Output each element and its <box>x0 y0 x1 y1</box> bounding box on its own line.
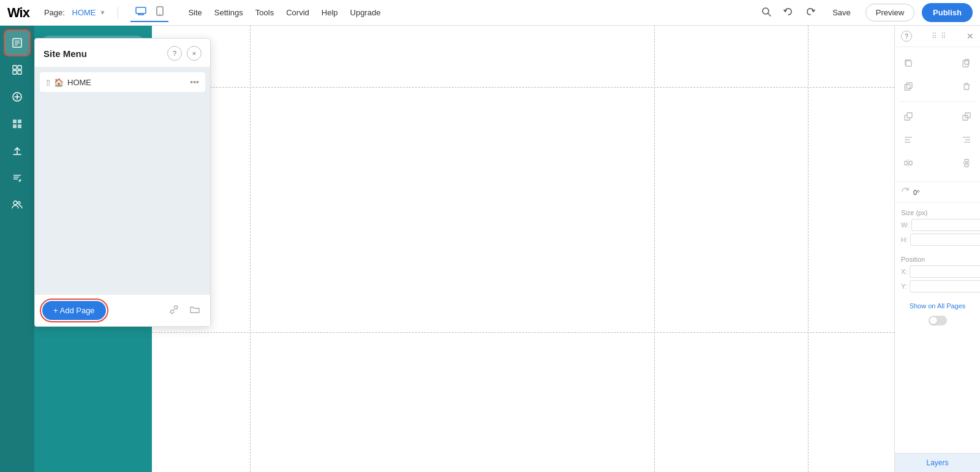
site-menu-footer: + Add Page <box>35 294 210 326</box>
rotation-value: 0° <box>913 189 920 196</box>
panel-divider-3 <box>895 202 980 203</box>
site-menu-header: Site Menu ? × <box>35 39 210 67</box>
wix-logo: Wix <box>7 5 29 21</box>
page-selector[interactable]: Page: HOME ▼ <box>44 8 106 17</box>
nav-corvid[interactable]: Corvid <box>286 8 309 17</box>
more-options-icon[interactable]: ••• <box>190 77 199 87</box>
y-input[interactable] <box>910 280 980 292</box>
show-all-pages-toggle-row <box>895 313 980 328</box>
size-label: Size (px) <box>901 209 974 216</box>
search-button[interactable] <box>759 4 774 21</box>
sidebar-elements-icon[interactable] <box>5 58 29 82</box>
guide-line-v1 <box>250 26 251 472</box>
right-panel-help-icon[interactable]: ? <box>901 31 912 42</box>
nav-settings[interactable]: Settings <box>214 8 243 17</box>
mobile-device-icon[interactable] <box>151 4 168 21</box>
site-menu-help-icon[interactable]: ? <box>167 46 182 61</box>
align-left-icon[interactable] <box>900 131 917 148</box>
save-button[interactable]: Save <box>825 4 858 21</box>
left-sidebar <box>0 26 34 472</box>
distribute-h-icon[interactable] <box>900 154 917 172</box>
toggle-knob <box>930 317 937 324</box>
send-back-icon[interactable] <box>900 108 917 125</box>
nav-tools[interactable]: Tools <box>255 8 274 17</box>
width-input[interactable] <box>911 219 980 231</box>
x-input[interactable] <box>910 265 980 278</box>
main-area: Site Menu Page Transitions Site Menu ? ×… <box>0 26 980 472</box>
svg-rect-20 <box>18 120 21 123</box>
device-switcher <box>130 4 168 22</box>
svg-rect-13 <box>18 66 21 69</box>
page-item-label: HOME <box>67 78 186 87</box>
height-input[interactable] <box>910 234 980 246</box>
duplicate-icon[interactable] <box>900 78 917 95</box>
y-label: Y: <box>901 283 907 290</box>
panel-divider-1 <box>900 101 975 102</box>
width-row: W: <box>901 219 974 231</box>
position-section: Position X: Y: <box>895 252 980 299</box>
canvas-area[interactable] <box>152 26 894 472</box>
preview-button[interactable]: Preview <box>865 4 914 21</box>
nav-upgrade[interactable]: Upgrade <box>350 8 381 17</box>
rotation-row: 0° <box>895 185 980 200</box>
footer-actions <box>166 302 203 320</box>
undo-button[interactable] <box>781 4 796 21</box>
height-row: H: <box>901 234 974 246</box>
publish-button[interactable]: Publish <box>922 3 973 22</box>
redo-button[interactable] <box>803 4 818 21</box>
folder-icon[interactable] <box>187 302 203 320</box>
svg-rect-48 <box>965 159 968 162</box>
svg-point-28 <box>18 202 20 204</box>
sidebar-media-icon[interactable] <box>5 139 29 163</box>
guide-line-v3 <box>808 26 809 472</box>
site-menu-popup: Site Menu ? × ⣿ 🏠 HOME ••• + Add Page <box>34 38 211 327</box>
chevron-down-icon: ▼ <box>100 9 106 16</box>
sidebar-apps-icon[interactable] <box>5 112 29 136</box>
show-all-pages-toggle[interactable] <box>929 316 947 325</box>
sidebar-members-icon[interactable] <box>5 192 29 217</box>
layers-button[interactable]: Layers <box>895 453 980 472</box>
x-row: X: <box>901 265 974 278</box>
svg-rect-46 <box>910 161 912 165</box>
rotate-icon <box>901 187 910 197</box>
right-panel: ? ⠿ ⠿ ✕ <box>894 26 980 472</box>
guide-line-v2 <box>654 26 655 472</box>
sidebar-blog-icon[interactable] <box>5 166 29 190</box>
svg-rect-33 <box>907 83 912 88</box>
site-menu-content: ⣿ 🏠 HOME ••• <box>35 67 210 294</box>
site-menu-title: Site Menu <box>43 48 87 59</box>
nav-help[interactable]: Help <box>322 8 338 17</box>
svg-rect-22 <box>18 124 21 128</box>
page-item-home[interactable]: ⣿ 🏠 HOME ••• <box>40 72 205 92</box>
drag-handle-icon: ⣿ <box>46 79 50 86</box>
nav-site[interactable]: Site <box>188 8 202 17</box>
guide-line-h2 <box>152 332 894 333</box>
size-section: Size (px) W: H: <box>895 205 980 252</box>
svg-rect-35 <box>907 113 912 118</box>
delete-icon[interactable] <box>958 78 975 95</box>
copy-icon[interactable] <box>900 55 917 72</box>
svg-rect-15 <box>18 70 21 74</box>
icon-row-1 <box>900 52 975 74</box>
svg-rect-19 <box>13 120 17 123</box>
desktop-device-icon[interactable] <box>130 4 151 20</box>
icon-row-5 <box>900 152 975 174</box>
right-panel-header: ? ⠿ ⠿ ✕ <box>895 26 980 47</box>
add-page-button[interactable]: + Add Page <box>42 301 106 320</box>
sidebar-add-icon[interactable] <box>5 85 29 109</box>
icon-row-2 <box>900 75 975 97</box>
svg-point-27 <box>13 201 17 205</box>
position-label: Position <box>901 256 974 263</box>
site-menu-close-icon[interactable]: × <box>187 46 202 61</box>
height-label: H: <box>901 236 908 243</box>
right-panel-close-icon[interactable]: ✕ <box>967 31 974 41</box>
paste-icon[interactable] <box>958 55 975 72</box>
svg-rect-49 <box>965 164 968 167</box>
link-icon[interactable] <box>166 302 182 320</box>
bring-forward-icon[interactable] <box>958 108 975 125</box>
show-all-pages-label: Show on All Pages <box>895 299 980 313</box>
distribute-v-icon[interactable] <box>958 154 975 172</box>
icon-row-3 <box>900 105 975 128</box>
sidebar-pages-icon[interactable] <box>5 31 29 55</box>
align-right-icon[interactable] <box>958 131 975 148</box>
